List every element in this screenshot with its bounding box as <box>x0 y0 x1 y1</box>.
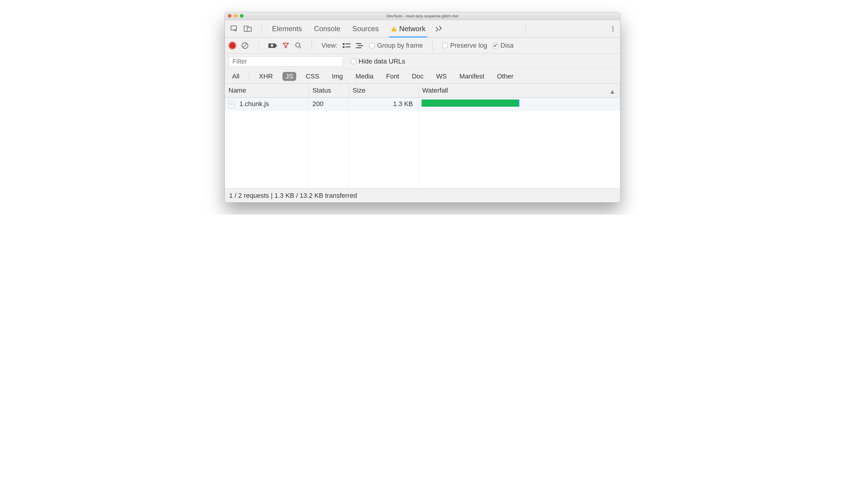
type-manifest[interactable]: Manifest <box>456 72 487 81</box>
svg-rect-14 <box>356 43 361 44</box>
type-doc[interactable]: Doc <box>409 72 426 81</box>
warning-icon <box>391 25 397 32</box>
zoom-window-button[interactable] <box>240 14 244 18</box>
col-name[interactable]: Name <box>225 84 309 98</box>
type-media[interactable]: Media <box>353 72 376 81</box>
table-row-waterfall[interactable] <box>419 98 620 111</box>
svg-rect-4 <box>394 30 394 31</box>
svg-rect-3 <box>394 28 394 30</box>
col-status[interactable]: Status <box>309 84 349 98</box>
device-toolbar-icon[interactable] <box>244 25 252 33</box>
svg-rect-8 <box>275 44 277 47</box>
svg-rect-10 <box>343 43 345 45</box>
separator <box>312 41 312 50</box>
capture-screenshots-icon[interactable] <box>268 42 277 49</box>
waterfall-bar <box>422 100 520 107</box>
filter-input[interactable] <box>229 56 343 67</box>
clear-icon[interactable] <box>241 42 249 50</box>
title-bar: DevTools - react-lazy-suspense.glitch.me… <box>225 12 620 20</box>
view-large-icon[interactable] <box>343 42 351 49</box>
network-toolbar: View: Group by frame Preserve log Disa <box>225 37 620 54</box>
group-by-frame-checkbox[interactable]: Group by frame <box>369 42 423 50</box>
col-waterfall[interactable]: Waterfall ▲ <box>419 84 620 98</box>
tab-elements[interactable]: Elements <box>266 20 308 37</box>
separator <box>259 41 259 50</box>
type-img[interactable]: Img <box>329 72 346 81</box>
type-ws[interactable]: WS <box>433 72 450 81</box>
hide-data-urls-checkbox[interactable]: Hide data URLs <box>351 57 405 65</box>
status-summary: 1 / 2 requests | 1.3 KB / 13.2 KB transf… <box>229 192 357 200</box>
tab-sources[interactable]: Sources <box>346 20 385 37</box>
more-tabs-icon[interactable] <box>435 26 443 32</box>
col-size[interactable]: Size <box>349 84 419 98</box>
type-js[interactable]: JS <box>282 72 296 81</box>
svg-rect-15 <box>358 45 363 46</box>
inspect-element-icon[interactable] <box>230 25 238 33</box>
svg-rect-12 <box>343 46 345 48</box>
tab-console[interactable]: Console <box>308 20 346 37</box>
panel-tabstrip: Elements Console Sources Network <box>225 20 620 37</box>
script-file-icon <box>228 101 234 108</box>
svg-rect-2 <box>247 27 251 32</box>
record-button[interactable] <box>229 42 236 49</box>
view-small-icon[interactable] <box>356 42 364 49</box>
separator <box>525 24 526 34</box>
svg-rect-16 <box>356 47 361 48</box>
svg-point-9 <box>296 43 300 47</box>
window-controls <box>228 14 244 18</box>
status-bar: 1 / 2 requests | 1.3 KB / 13.2 KB transf… <box>225 188 620 202</box>
sort-indicator-icon: ▲ <box>609 88 616 95</box>
svg-rect-13 <box>346 47 351 47</box>
resource-type-filter: All XHR JS CSS Img Media Font Doc WS Man… <box>225 69 620 84</box>
table-row-size[interactable]: 1.3 KB <box>349 98 419 111</box>
table-row-name[interactable]: 1.chunk.js <box>225 98 309 111</box>
filter-bar: Hide data URLs <box>225 54 620 69</box>
window-title: DevTools - react-lazy-suspense.glitch.me… <box>387 14 459 18</box>
minimize-window-button[interactable] <box>234 14 237 18</box>
type-all[interactable]: All <box>229 72 242 81</box>
search-icon[interactable] <box>295 42 302 49</box>
type-font[interactable]: Font <box>383 72 402 81</box>
settings-menu-icon[interactable] <box>612 26 614 32</box>
devtools-window: DevTools - react-lazy-suspense.glitch.me… <box>225 12 620 202</box>
svg-rect-0 <box>231 26 236 30</box>
type-xhr[interactable]: XHR <box>256 72 276 81</box>
filter-icon[interactable] <box>282 42 289 49</box>
table-row-status[interactable]: 200 <box>309 98 349 111</box>
table-empty-area <box>225 111 620 188</box>
type-css[interactable]: CSS <box>303 72 322 81</box>
close-window-button[interactable] <box>228 14 231 18</box>
preserve-log-checkbox[interactable]: Preserve log <box>442 42 487 50</box>
disable-cache-checkbox[interactable]: Disa <box>493 42 514 50</box>
separator <box>433 41 433 50</box>
svg-rect-11 <box>346 43 351 44</box>
tab-network[interactable]: Network <box>385 20 432 37</box>
requests-table: Name Status Size Waterfall ▲ 1.chunk.js … <box>225 84 620 188</box>
svg-point-7 <box>271 44 273 47</box>
view-label: View: <box>321 42 337 50</box>
type-other[interactable]: Other <box>494 72 516 81</box>
